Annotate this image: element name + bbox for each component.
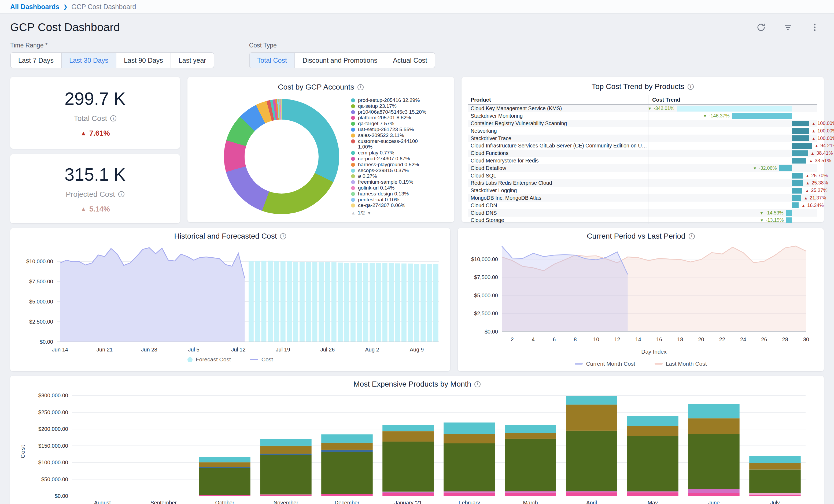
legend-item[interactable]: qa-target 7.57% [351,120,434,127]
table-row: Cloud Dataflow▼-32.06% [468,165,817,172]
breadcrumb-all-dashboards-link[interactable]: All Dashboards [10,3,59,11]
product-cell[interactable]: Stackdriver Trace [468,135,648,141]
svg-text:14: 14 [635,336,641,342]
legend-dash-icon [575,363,583,365]
table-row: Cloud CDN▲16.34% [468,202,817,209]
legend-item[interactable]: customer-success-244100 1.00% [351,138,434,150]
table-row: Cloud DNS▼-14.53% [468,209,817,217]
product-cell[interactable]: Cloud Functions [468,150,648,156]
svg-text:30: 30 [803,336,809,342]
legend-item-cost[interactable]: Cost [250,356,273,363]
cost-type-option-discount-and-promotions[interactable]: Discount and Promotions [294,53,385,68]
cost-trend-cell: ▲100.00% [648,127,817,135]
cost-trend-cell: ▲16.34% [648,202,817,209]
svg-text:May: May [648,500,658,504]
legend-item[interactable]: ø 0.27% [351,173,434,179]
legend-dot-icon [351,180,355,184]
legend-item-current-month-cost[interactable]: Current Month Cost [575,360,635,367]
product-cell[interactable]: Networking [468,128,648,134]
legend-dot-icon [351,198,355,202]
cost-type-filter: Cost Type Total CostDiscount and Promoti… [249,42,435,68]
trend-percent: ▲100.00% [811,127,834,135]
svg-text:June: June [708,500,720,504]
product-cell[interactable]: Stackdriver Logging [468,188,648,194]
legend-item[interactable]: ccm-play 0.77% [351,150,434,156]
table-row: Cloud Storage▼-13.19% [468,217,817,224]
column-header-product[interactable]: Product [468,97,648,103]
cost-trend-cell: ▲94.21% [648,142,817,150]
legend-label: pr10406a87045145c3 15.20% [358,109,427,115]
product-cell[interactable]: Cloud CDN [468,202,648,209]
cost-type-option-actual-cost[interactable]: Actual Cost [385,53,435,68]
svg-text:Jul 26: Jul 26 [321,347,335,353]
time-range-option-last-7-days[interactable]: Last 7 Days [11,53,61,68]
projected-cost-trend: ▲5.14% [80,205,110,213]
info-icon[interactable] [687,84,694,90]
legend-item[interactable]: golink-url 0.14% [351,185,434,191]
product-cell[interactable]: Cloud SQL [468,173,648,179]
svg-text:$2,500.00: $2,500.00 [29,319,53,325]
projected-cost-value: 315.1 K [65,165,126,185]
product-cell[interactable]: Cloud Dataflow [468,165,648,171]
legend-item[interactable]: platform-205701 8.82% [351,115,434,120]
product-cell[interactable]: Container Registry Vulnerability Scannin… [468,120,648,127]
legend-dot-icon [351,157,355,161]
legend-page-indicator: 1/2 [358,210,365,216]
legend-item-last-month-cost[interactable]: Last Month Cost [655,360,707,367]
legend-dot-icon [351,163,355,167]
legend-item-forecast-cost[interactable]: Forecast Cost [188,356,231,363]
trend-bar [792,202,798,208]
cost-type-option-total-cost[interactable]: Total Cost [250,53,294,68]
legend-item[interactable]: ce-prod-274307 0.67% [351,156,434,162]
legend-page-up-icon[interactable] [351,210,356,216]
refresh-icon[interactable] [756,23,766,32]
product-cell[interactable]: Cloud Key Management Service (KMS) [468,105,648,111]
product-cell[interactable]: Redis Labs Redis Enterprise Cloud [468,180,648,186]
table-row: Stackdriver Trace▲100.00% [468,135,817,142]
info-icon[interactable] [118,191,125,197]
time-range-option-last-year[interactable]: Last year [171,53,214,68]
product-cell[interactable]: MongoDB Inc. MongoDB Atlas [468,195,648,201]
product-cell[interactable]: Cloud Storage [468,217,648,223]
comparison-title: Current Period vs Last Period [587,232,685,240]
total-cost-trend: ▲7.61% [80,129,110,137]
kebab-menu-icon[interactable] [810,23,819,32]
column-header-cost-trend[interactable]: Cost Trend [648,95,817,104]
info-icon[interactable] [475,381,481,387]
svg-text:September: September [150,500,177,504]
legend-item[interactable]: uat-setup-261723 5.55% [351,127,434,132]
legend-item[interactable]: sales-209522 3.11% [351,132,434,138]
legend-dot-icon [351,110,355,114]
projected-cost-label: Projected Cost [66,190,115,199]
legend-item[interactable]: freemium-sample 0.19% [351,179,434,185]
legend-page-down-icon[interactable] [367,210,371,216]
svg-text:4: 4 [532,336,535,342]
page-title: GCP Cost Dashboard [10,21,120,34]
legend-item[interactable]: harness-design 0.13% [351,191,434,197]
product-cell[interactable]: Cloud DNS [468,210,648,216]
time-range-option-last-90-days[interactable]: Last 90 Days [116,53,171,68]
legend-item[interactable]: secops-239815 0.37% [351,168,434,173]
legend-item[interactable]: ce-qa-274307 0.06% [351,202,434,208]
filter-icon[interactable] [783,23,793,32]
info-icon[interactable] [280,233,286,239]
svg-text:August: August [94,500,111,504]
svg-text:$10,000.00: $10,000.00 [26,259,53,264]
product-cell[interactable]: Cloud Infrastructure Services GitLab Ser… [468,143,648,149]
top-cost-trend-card: Top Cost Trend by Products Product Cost … [462,77,824,222]
product-cell[interactable]: Cloud Memorystore for Redis [468,158,648,164]
info-icon[interactable] [689,233,695,239]
product-cell[interactable]: Stackdriver Monitoring [468,113,648,119]
legend-item[interactable]: pr10406a87045145c3 15.20% [351,109,434,115]
legend-item[interactable]: qa-setup 23.17% [351,103,434,109]
trend-bar [792,143,812,149]
legend-item[interactable]: prod-setup-205416 32.29% [351,97,434,103]
legend-label: uat-setup-261723 5.55% [358,127,427,132]
info-icon[interactable] [110,115,116,122]
time-range-option-last-30-days[interactable]: Last 30 Days [61,53,116,68]
svg-text:8: 8 [574,336,576,342]
info-icon[interactable] [357,84,364,90]
legend-dot-icon [351,104,355,108]
legend-item[interactable]: pentest-uat 0.10% [351,197,434,203]
legend-item[interactable]: harness-playground 0.52% [351,162,434,168]
